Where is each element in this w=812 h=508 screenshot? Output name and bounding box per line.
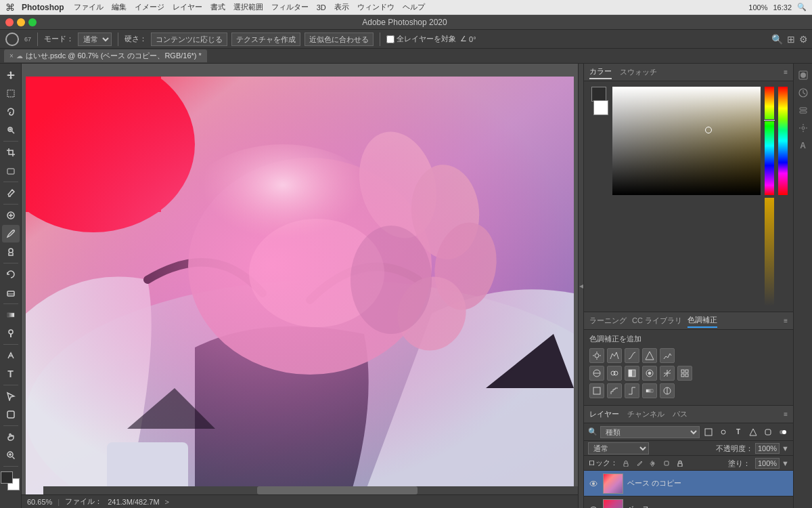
menu-type[interactable]: 書式 [210, 2, 225, 12]
invert-btn[interactable] [589, 383, 604, 398]
all-layers-checkbox[interactable]: 全レイヤーを対象 [386, 34, 456, 44]
menu-file[interactable]: ファイル [74, 2, 104, 12]
foreground-color[interactable] [1, 471, 13, 484]
nearby-color-btn[interactable]: 近似色に合わせる [304, 33, 374, 46]
layer-visibility-btn[interactable] [588, 478, 599, 489]
texture-btn[interactable]: テクスチャを作成 [231, 33, 300, 46]
mode-select[interactable]: 通常 [78, 33, 112, 46]
history-brush-btn[interactable] [2, 266, 20, 283]
move-tool-btn[interactable] [2, 66, 20, 84]
channel-mix-btn[interactable] [660, 366, 675, 381]
all-layers-input[interactable] [386, 35, 394, 43]
menu-view[interactable]: 表示 [334, 2, 349, 12]
zoom-tool-btn[interactable] [2, 446, 20, 464]
paths-tab[interactable]: パス [673, 409, 687, 419]
lock-transparent-btn[interactable] [621, 458, 631, 469]
lock-all-btn[interactable] [675, 458, 685, 469]
clone-stamp-btn[interactable] [2, 243, 20, 261]
lock-paint-btn[interactable] [634, 458, 645, 469]
channels-tab[interactable]: チャンネル [627, 409, 664, 419]
menu-help[interactable]: ヘルプ [403, 2, 425, 12]
menu-select[interactable]: 選択範囲 [233, 2, 263, 12]
brush-tool-btn[interactable] [2, 225, 20, 242]
color-spectrum[interactable] [612, 87, 761, 195]
photo-filter-btn[interactable] [642, 366, 657, 381]
canvas-document[interactable] [26, 77, 574, 495]
properties-icon[interactable] [796, 121, 811, 135]
filter-text-btn[interactable]: T [732, 426, 744, 438]
alpha-slider[interactable] [765, 198, 774, 306]
settings-icon[interactable]: ⚙ [799, 34, 808, 45]
menu-3d[interactable]: 3D [317, 3, 326, 12]
apple-logo[interactable]: ⌘ [5, 2, 15, 13]
app-name[interactable]: Photoshop [22, 3, 64, 12]
color-correction-tab[interactable]: 色調補正 [687, 314, 717, 328]
color-lookup-btn[interactable] [677, 366, 692, 381]
fill-input[interactable] [755, 458, 780, 469]
doc-tab-item[interactable]: × ☁ はいせ.psdc @ 60.7% (ベース のコピー、RGB/16*) … [4, 49, 207, 62]
vibrance-btn[interactable] [660, 348, 675, 363]
selective-color-btn[interactable] [660, 383, 675, 398]
background-swatch[interactable] [593, 100, 608, 115]
pen-tool-btn[interactable] [2, 347, 20, 364]
filter-pixel-btn[interactable] [702, 426, 715, 438]
dodge-tool-btn[interactable] [2, 324, 20, 342]
perspective-crop-btn[interactable] [2, 162, 20, 179]
layers-kind-filter[interactable]: 種類 [600, 426, 700, 438]
layers-menu-btn[interactable]: ≡ [784, 410, 788, 418]
color-balance-btn[interactable] [607, 366, 622, 381]
filter-toggle[interactable] [777, 426, 789, 438]
angle-control[interactable]: ∠ 0° [460, 35, 476, 43]
canvas-area[interactable]: 60.65% | ファイル： 241.3M/482.7M > [22, 64, 578, 508]
search-icon-right[interactable]: 🔍 [771, 34, 783, 45]
hand-tool-btn[interactable] [2, 428, 20, 446]
posterize-btn[interactable] [607, 383, 622, 398]
lock-position-btn[interactable] [648, 458, 658, 469]
threshold-btn[interactable] [625, 383, 639, 398]
foreground-swatch[interactable] [591, 87, 606, 102]
gradient-tool-btn[interactable] [2, 306, 20, 324]
color-panel-icon[interactable] [796, 68, 811, 83]
filter-adjustment-btn[interactable] [717, 426, 729, 438]
content-aware-btn[interactable]: コンテンツに応じる [151, 33, 227, 46]
menu-image[interactable]: イメージ [135, 2, 164, 12]
brightness-btn[interactable] [589, 348, 604, 363]
character-panel-icon[interactable]: A [796, 138, 811, 153]
filter-smart-btn[interactable] [762, 426, 774, 438]
levels-btn[interactable] [607, 348, 622, 363]
blend-mode-select[interactable]: 通常 [588, 442, 649, 454]
layer-item[interactable]: ベース [584, 496, 793, 508]
menu-window[interactable]: ウィンドウ [357, 2, 394, 12]
eyedropper-tool-btn[interactable] [2, 184, 20, 202]
learning-tab[interactable]: ラーニング [589, 314, 627, 327]
fill-dropdown[interactable]: ▼ [782, 459, 789, 467]
color-selector[interactable] [1, 471, 21, 492]
tab-close-btn[interactable]: × [9, 52, 14, 60]
bw-btn[interactable] [625, 366, 639, 381]
curves-btn[interactable] [625, 348, 639, 363]
menu-edit[interactable]: 編集 [112, 2, 127, 12]
crop-tool-btn[interactable] [2, 144, 20, 161]
close-window-btn[interactable] [5, 18, 14, 26]
hsl-btn[interactable] [589, 366, 604, 381]
shape-tool-btn[interactable] [2, 406, 20, 423]
swatches-tab[interactable]: スウォッチ [620, 66, 657, 79]
layers-panel-icon[interactable] [796, 103, 811, 118]
lasso-tool-btn[interactable] [2, 103, 20, 121]
filter-shape-btn[interactable] [747, 426, 759, 438]
opacity-input[interactable] [755, 443, 780, 454]
horizontal-scrollbar[interactable] [43, 486, 578, 494]
history-panel-icon[interactable] [796, 85, 811, 100]
status-expand-btn[interactable]: > [165, 498, 169, 506]
menu-layer[interactable]: レイヤー [173, 2, 202, 12]
scrollbar-thumb[interactable] [257, 486, 418, 494]
panel-collapse-handle[interactable]: ◀ [578, 64, 583, 508]
menu-filter[interactable]: フィルター [271, 2, 309, 12]
marquee-tool-btn[interactable] [2, 85, 20, 102]
layout-icon[interactable]: ⊞ [787, 34, 795, 45]
healing-tool-btn[interactable] [2, 207, 20, 224]
maximize-window-btn[interactable] [28, 18, 37, 26]
hue-slider[interactable] [765, 87, 774, 195]
color-tab[interactable]: カラー [589, 65, 612, 79]
opacity-dropdown[interactable]: ▼ [782, 444, 789, 452]
